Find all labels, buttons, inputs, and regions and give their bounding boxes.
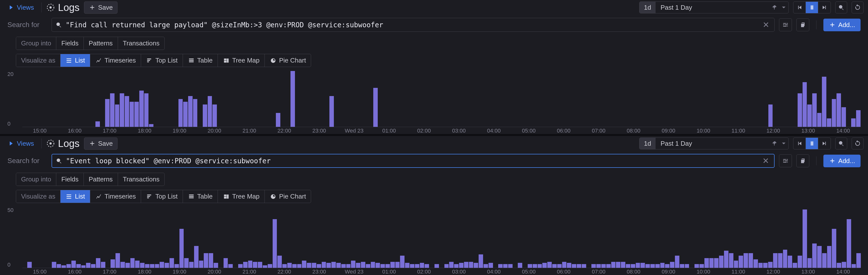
visualize-tab-table[interactable]: Table: [183, 190, 218, 203]
visualize-tab-label: Top List: [155, 57, 178, 64]
next-icon: [821, 4, 828, 11]
visualize-tab-top-list[interactable]: Top List: [141, 54, 183, 67]
separator: [816, 156, 816, 165]
time-picker[interactable]: 1dPast 1 Day: [639, 1, 789, 13]
bar: [778, 253, 782, 268]
bar: [528, 264, 532, 268]
bar: [130, 102, 134, 127]
time-dropdown[interactable]: [779, 138, 788, 149]
bar: [847, 219, 851, 268]
x-tick: 03:00: [441, 128, 476, 134]
views-button[interactable]: Views: [4, 138, 37, 149]
group-tab-patterns[interactable]: Patterns: [84, 37, 118, 50]
table-icon: [188, 57, 195, 64]
bar: [714, 258, 718, 268]
search-input[interactable]: [66, 21, 758, 29]
bar: [336, 263, 341, 268]
visualize-tab-tree-map[interactable]: Tree Map: [218, 190, 265, 203]
visualize-tab-list[interactable]: List: [60, 190, 90, 203]
copy-query[interactable]: [796, 155, 809, 167]
bar: [808, 258, 812, 268]
bar: [562, 262, 567, 268]
time-prev[interactable]: [794, 138, 806, 149]
group-tab-transactions[interactable]: Transactions: [118, 173, 164, 186]
save-button[interactable]: Save: [84, 138, 118, 150]
x-tick: 16:00: [57, 128, 92, 134]
visualize-tab-tree-map[interactable]: Tree Map: [218, 54, 265, 67]
time-next[interactable]: [818, 2, 831, 13]
bar: [719, 256, 723, 268]
bar: [822, 253, 827, 268]
add-button[interactable]: Add...: [824, 155, 861, 167]
visualize-tab-table[interactable]: Table: [183, 54, 218, 67]
chev-down-icon: [780, 4, 787, 11]
time-pause[interactable]: [806, 138, 818, 149]
x-tick: 05:00: [512, 269, 546, 275]
time-next[interactable]: [818, 138, 831, 149]
group-tab-patterns[interactable]: Patterns: [84, 173, 118, 186]
visualize-label: Visualize as: [16, 190, 60, 203]
bar: [518, 263, 522, 268]
query-options[interactable]: [779, 18, 792, 31]
page-title: Logs: [46, 2, 80, 13]
plus-icon: [829, 21, 836, 28]
visualize-tab-pie-chart[interactable]: Pie Chart: [265, 190, 311, 203]
bar: [474, 263, 478, 268]
group-tab-transactions[interactable]: Transactions: [118, 37, 164, 50]
x-tick: 11:00: [721, 128, 756, 134]
query-options[interactable]: [779, 155, 792, 167]
bar: [665, 264, 670, 268]
bar: [827, 246, 832, 268]
header-search-button[interactable]: [835, 1, 847, 13]
group-tab-fields[interactable]: Fields: [56, 37, 84, 50]
header-search-button[interactable]: [835, 138, 847, 149]
bar: [817, 113, 822, 127]
pin-icon-wrap[interactable]: [770, 2, 779, 13]
group-tab-fields[interactable]: Fields: [56, 173, 84, 186]
bar: [373, 88, 378, 127]
y-axis: 500: [7, 207, 13, 268]
add-button[interactable]: Add...: [824, 19, 861, 31]
time-prev[interactable]: [794, 2, 806, 13]
bar: [290, 71, 295, 127]
refresh-button[interactable]: [851, 138, 864, 149]
bar: [434, 264, 439, 268]
refresh-button[interactable]: [851, 1, 864, 13]
visualize-tab-timeseries[interactable]: Timeseries: [90, 54, 141, 67]
table-icon: [188, 193, 195, 200]
x-tick: 03:00: [441, 269, 476, 275]
visualize-tab-label: Timeseries: [104, 193, 136, 200]
svg-point-1: [49, 6, 52, 9]
bar: [484, 264, 488, 268]
bar: [341, 264, 346, 268]
views-button[interactable]: Views: [4, 2, 37, 13]
search-box[interactable]: ✕: [52, 154, 775, 168]
time-dropdown[interactable]: [779, 2, 788, 13]
x-tick: 01:00: [372, 269, 406, 275]
bar: [552, 264, 557, 268]
x-tick: 12:00: [756, 128, 790, 134]
pin-icon-wrap[interactable]: [770, 138, 779, 149]
copy-query[interactable]: [796, 18, 809, 31]
bar: [724, 251, 728, 268]
bar: [803, 82, 807, 127]
bar: [793, 263, 797, 268]
visualize-tab-pie-chart[interactable]: Pie Chart: [265, 54, 311, 67]
views-label: Views: [17, 140, 34, 147]
logs-icon: [46, 139, 55, 148]
search-box[interactable]: ✕: [52, 18, 775, 32]
visualize-tab-timeseries[interactable]: Timeseries: [90, 190, 141, 203]
time-pause[interactable]: [806, 2, 818, 13]
time-picker[interactable]: 1dPast 1 Day: [639, 138, 789, 149]
clear-search[interactable]: ✕: [761, 20, 771, 30]
bar: [204, 253, 208, 268]
visualize-tab-list[interactable]: List: [60, 54, 90, 67]
save-button[interactable]: Save: [84, 1, 118, 13]
bar: [27, 262, 32, 268]
bar: [183, 102, 188, 127]
visualize-tab-label: List: [75, 193, 85, 200]
visualize-tab-top-list[interactable]: Top List: [141, 190, 183, 203]
search-input[interactable]: [66, 157, 757, 165]
clear-search[interactable]: ✕: [761, 156, 771, 166]
copy-icon: [799, 21, 806, 28]
